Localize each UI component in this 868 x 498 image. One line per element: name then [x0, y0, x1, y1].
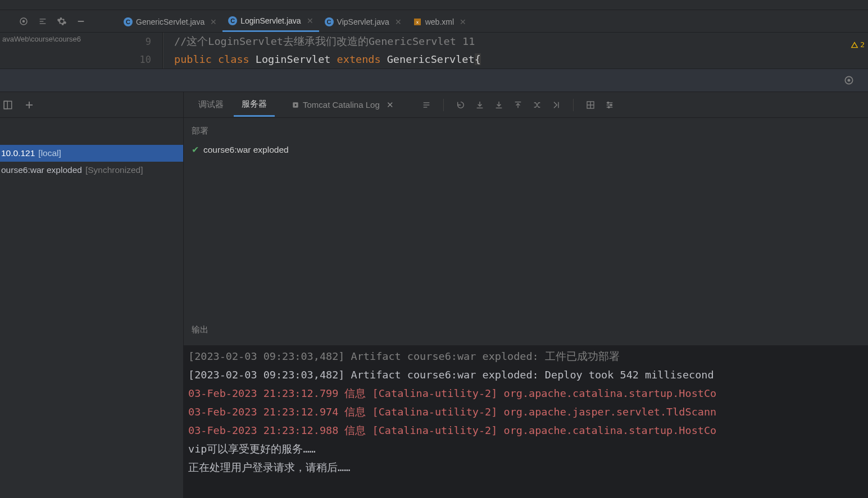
deploy-heading: 部署: [192, 126, 860, 136]
tab-label: VipServlet.java: [337, 17, 389, 26]
tab-debugger[interactable]: 调试器: [190, 94, 231, 116]
output-section: 输出: [184, 318, 868, 345]
run-toolbar: [421, 99, 615, 111]
mid-strip: [0, 68, 868, 92]
grid-icon[interactable]: [585, 99, 596, 111]
tree-label: 10.0.121: [1, 148, 35, 158]
run-panel: 10.0.121 [local] ourse6:war exploded [Sy…: [0, 92, 868, 498]
svg-rect-11: [4, 101, 7, 109]
settings-gear-icon[interactable]: [56, 16, 67, 27]
shuffle-icon[interactable]: [531, 99, 543, 111]
class-icon: C: [325, 17, 334, 26]
warnings-badge[interactable]: 2: [851, 36, 865, 54]
tab-vipservlet[interactable]: C VipServlet.java ✕: [319, 10, 407, 32]
tab-webxml[interactable]: x web.xml ✕: [407, 10, 472, 32]
server-tree: 10.0.121 [local] ourse6:war exploded [Sy…: [0, 118, 183, 179]
restart-icon[interactable]: [455, 99, 466, 111]
tab-label: LoginServlet.java: [240, 16, 301, 25]
plus-icon[interactable]: [24, 99, 35, 111]
gutter: 9 10: [113, 33, 163, 68]
class-icon: C: [228, 16, 237, 25]
close-icon[interactable]: ✕: [307, 16, 313, 25]
server-output-panel: 调试器 服务器 Tomcat Catalina Log ✕: [184, 92, 868, 498]
xml-icon: x: [413, 17, 422, 26]
console-line: 03-Feb-2023 21:23:12.988 信息 [Catalina-ut…: [188, 421, 864, 440]
top-toolbar: [0, 0, 868, 10]
expand-all-icon[interactable]: [37, 16, 48, 27]
close-icon[interactable]: ✕: [387, 100, 394, 110]
select-target-icon[interactable]: [18, 16, 29, 27]
tree-tomcat-server[interactable]: 10.0.121 [local]: [0, 145, 183, 162]
deploy-section: 部署 ✔ course6:war exploded: [184, 118, 868, 155]
console-line: [2023-02-03 09:23:03,482] Artifact cours…: [188, 365, 864, 384]
tree-artifact[interactable]: ourse6:war exploded [Synchronized]: [0, 162, 183, 179]
tab-loginservlet[interactable]: C LoginServlet.java ✕: [222, 10, 319, 32]
close-icon[interactable]: ✕: [460, 17, 466, 26]
svg-point-34: [608, 106, 610, 108]
console-line: 03-Feb-2023 21:23:12.799 信息 [Catalina-ut…: [188, 384, 864, 403]
check-ok-icon: ✔: [192, 144, 199, 155]
svg-text:x: x: [416, 20, 419, 25]
console-line: 03-Feb-2023 21:23:12.974 信息 [Catalina-ut…: [188, 403, 864, 421]
deploy-item-label: course6:war exploded: [203, 145, 289, 155]
output-heading: 输出: [192, 325, 860, 335]
left-toolbar: [0, 92, 183, 118]
tab-label: GenericServlet.java: [136, 17, 204, 26]
step-icon[interactable]: [551, 99, 562, 111]
run-tabs: 调试器 服务器 Tomcat Catalina Log ✕: [184, 92, 868, 118]
tab-row-left-tools: [0, 10, 118, 32]
deploy-artifact-row[interactable]: ✔ course6:war exploded: [192, 144, 860, 155]
close-icon[interactable]: ✕: [210, 17, 217, 26]
close-icon[interactable]: ✕: [395, 17, 402, 26]
svg-point-1: [23, 20, 25, 22]
editor-tabs: C GenericServlet.java ✕ C LoginServlet.j…: [118, 10, 868, 32]
code-area: avaWeb\course\course6 9 10 //这个LoginServ…: [0, 33, 868, 68]
tree-suffix: [Synchronized]: [85, 165, 143, 175]
download2-icon[interactable]: [493, 99, 505, 111]
tree-suffix: [local]: [38, 148, 61, 158]
svg-point-32: [607, 102, 609, 103]
tab-label: web.xml: [425, 17, 454, 26]
editor-tab-row: C GenericServlet.java ✕ C LoginServlet.j…: [0, 10, 868, 33]
tab-catalina-log[interactable]: Tomcat Catalina Log ✕: [284, 94, 402, 116]
collapse-icon[interactable]: [75, 16, 87, 27]
line-number: 10: [113, 51, 151, 68]
tab-label: Tomcat Catalina Log: [303, 100, 380, 109]
editor-content[interactable]: //这个LoginServlet去继承我们改造的GenericServlet 1…: [163, 33, 868, 68]
line-number: 9: [113, 33, 151, 51]
svg-point-9: [848, 79, 849, 81]
server-tree-panel: 10.0.121 [local] ourse6:war exploded [Sy…: [0, 92, 184, 498]
tab-server[interactable]: 服务器: [234, 93, 275, 117]
console-line: [2023-02-03 09:23:03,482] Artifact cours…: [188, 347, 864, 365]
console-line: vip可以享受更好的服务……: [188, 440, 864, 458]
soft-wrap-icon[interactable]: [421, 99, 432, 111]
console-output[interactable]: [2023-02-03 09:23:03,482] Artifact cours…: [184, 345, 868, 498]
code-line: public class LoginServlet extends Generi…: [174, 51, 868, 68]
svg-point-33: [610, 104, 612, 106]
tab-genericservlet[interactable]: C GenericServlet.java ✕: [118, 10, 222, 32]
download-icon[interactable]: [474, 99, 485, 111]
code-line: //这个LoginServlet去继承我们改造的GenericServlet 1…: [174, 33, 868, 51]
settings2-icon[interactable]: [604, 99, 615, 111]
layout-icon[interactable]: [2, 99, 13, 111]
breadcrumb[interactable]: avaWeb\course\course6: [0, 33, 113, 68]
tree-label: ourse6:war exploded: [1, 165, 82, 175]
class-icon: C: [124, 17, 133, 26]
target-icon[interactable]: [843, 75, 855, 86]
upload-icon[interactable]: [512, 99, 524, 111]
warn-count: 2: [860, 36, 865, 54]
console-line: 正在处理用户登录请求，请稍后……: [188, 458, 864, 477]
